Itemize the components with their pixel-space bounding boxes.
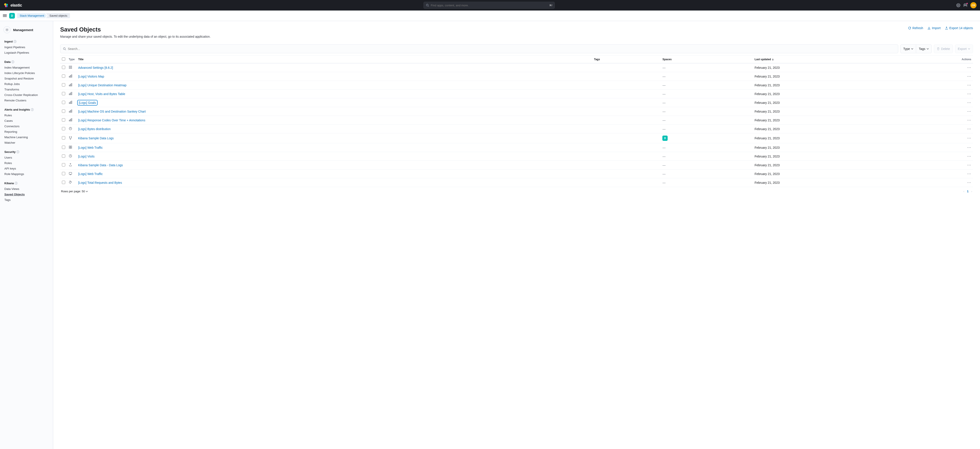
sidebar-item[interactable]: Reporting [0,129,53,134]
row-title-link[interactable]: [Logs] Web Traffic [78,146,103,149]
next-page[interactable]: › [971,190,972,193]
row-title-link[interactable]: [Logs] Response Codes Over Time + Annota… [78,118,145,122]
row-title-link[interactable]: [Logs] Bytes distribution [78,127,111,131]
row-actions-menu[interactable]: ∙∙∙ [967,101,971,104]
prev-page[interactable]: ‹ [963,190,964,193]
row-actions-menu[interactable]: ∙∙∙ [967,110,971,113]
row-actions-menu[interactable]: ∙∙∙ [967,92,971,96]
sidebar-item[interactable]: Transforms [0,87,53,92]
row-title-link[interactable]: Kibana Sample Data Logs [78,136,114,140]
row-actions-menu[interactable]: ∙∙∙ [967,172,971,176]
sidebar-item[interactable]: API keys [0,166,53,171]
row-spaces[interactable]: — [660,63,753,72]
sidebar-item[interactable]: Cross-Cluster Replication [0,92,53,98]
row-title-link[interactable]: [Logs] Web Traffic [78,172,103,176]
row-checkbox[interactable] [62,75,65,78]
row-checkbox[interactable] [62,145,65,149]
row-actions-menu[interactable]: ∙∙∙ [967,181,971,184]
sidebar-item[interactable]: Rollup Jobs [0,81,53,87]
col-type[interactable]: Type [67,56,76,63]
row-title-link[interactable]: [Logs] Unique Destination Heatmap [78,83,126,87]
row-actions-menu[interactable]: ∙∙∙ [967,155,971,158]
info-icon[interactable]: i [31,108,34,111]
row-checkbox[interactable] [62,181,65,184]
sidebar-item[interactable]: Snapshot and Restore [0,76,53,81]
row-checkbox[interactable] [62,92,65,95]
sidebar-item[interactable]: Index Lifecycle Policies [0,70,53,76]
sidebar-item[interactable]: Connectors [0,123,53,129]
table-search[interactable] [60,45,898,53]
newsfeed-icon[interactable] [963,3,967,7]
logo[interactable]: elastic [3,3,22,8]
row-spaces[interactable]: — [660,143,753,152]
import-button[interactable]: Import [928,26,940,30]
row-actions-menu[interactable]: ∙∙∙ [967,163,971,167]
nav-toggle-icon[interactable] [3,14,7,18]
select-all-checkbox[interactable] [62,58,65,61]
tags-filter[interactable]: Tags [916,45,932,53]
rows-per-page[interactable]: Rows per page: 50 [61,190,88,193]
row-spaces[interactable]: — [660,98,753,107]
page-number[interactable]: 1 [967,190,969,193]
export-all-button[interactable]: Export 14 objects [945,26,973,30]
col-tags[interactable]: Tags [592,56,660,63]
space-badge[interactable]: D [662,136,668,141]
sidebar-item[interactable]: Saved Objects [0,192,53,197]
row-checkbox[interactable] [62,66,65,69]
info-icon[interactable]: i [15,182,18,185]
row-spaces[interactable]: — [660,152,753,161]
row-actions-menu[interactable]: ∙∙∙ [967,136,971,140]
row-checkbox[interactable] [62,110,65,113]
refresh-button[interactable]: Refresh [908,26,923,30]
row-title-link[interactable]: Kibana Sample Data - Data Logs [78,163,123,167]
info-icon[interactable]: i [11,61,14,63]
row-checkbox[interactable] [62,101,65,104]
row-checkbox[interactable] [62,127,65,130]
table-search-input[interactable] [68,47,895,51]
row-spaces[interactable]: — [660,72,753,81]
row-title-link[interactable]: [Logs] Visits [78,155,94,158]
row-checkbox[interactable] [62,83,65,86]
sidebar-item[interactable]: Users [0,155,53,160]
info-icon[interactable]: i [16,150,19,153]
info-icon[interactable]: i [14,40,16,43]
global-search[interactable]: ⌘/ [423,2,555,9]
row-spaces[interactable]: — [660,81,753,89]
sidebar-item[interactable]: Ingest Pipelines [0,45,53,50]
row-actions-menu[interactable]: ∙∙∙ [967,118,971,122]
row-actions-menu[interactable]: ∙∙∙ [967,75,971,78]
sidebar-item[interactable]: Watcher [0,140,53,145]
row-spaces[interactable]: — [660,89,753,98]
row-actions-menu[interactable]: ∙∙∙ [967,83,971,87]
col-title[interactable]: Title [76,56,592,63]
row-title-link[interactable]: [Logs] Host, Visits and Bytes Table [78,92,125,96]
row-checkbox[interactable] [62,136,65,139]
col-last-updated[interactable]: Last updated [753,56,960,63]
row-spaces[interactable]: — [660,178,753,187]
row-actions-menu[interactable]: ∙∙∙ [967,66,971,69]
row-title-link[interactable]: [Logs] Goals [78,101,97,105]
sidebar-item[interactable]: Tags [0,197,53,203]
sidebar-item[interactable]: Index Management [0,65,53,70]
col-spaces[interactable]: Spaces [660,56,753,63]
sidebar-item[interactable]: Cases [0,118,53,123]
user-avatar[interactable]: CR [970,2,977,8]
sidebar-item[interactable]: Logstash Pipelines [0,50,53,56]
sidebar-item[interactable]: Remote Clusters [0,98,53,103]
row-checkbox[interactable] [62,172,65,175]
sidebar-item[interactable]: Machine Learning [0,134,53,140]
row-checkbox[interactable] [62,118,65,121]
row-spaces[interactable]: — [660,107,753,116]
row-spaces[interactable]: — [660,169,753,178]
space-badge[interactable]: D [9,13,15,19]
sidebar-item[interactable]: Roles [0,160,53,166]
row-spaces[interactable]: D [660,133,753,143]
row-actions-menu[interactable]: ∙∙∙ [967,146,971,149]
row-actions-menu[interactable]: ∙∙∙ [967,127,971,131]
row-checkbox[interactable] [62,154,65,158]
sidebar-item[interactable]: Data Views [0,186,53,192]
sidebar-item[interactable]: Rules [0,113,53,118]
sidebar-item[interactable]: Role Mappings [0,171,53,177]
row-spaces[interactable]: — [660,116,753,125]
row-spaces[interactable]: — [660,161,753,169]
